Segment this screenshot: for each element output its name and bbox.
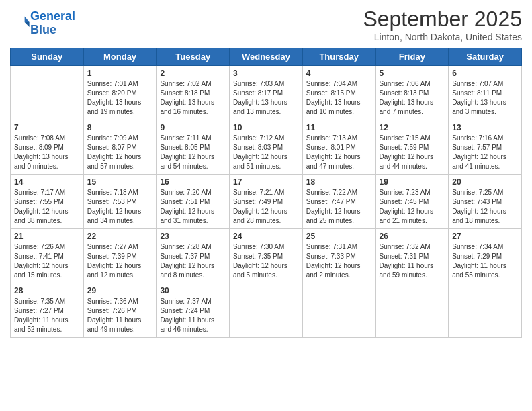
calendar-cell: 21Sunrise: 7:26 AM Sunset: 7:41 PM Dayli… xyxy=(11,229,84,283)
cell-info: Sunrise: 7:13 AM Sunset: 8:01 PM Dayligh… xyxy=(306,134,372,171)
header: General Blue September 2025 Linton, Nort… xyxy=(10,7,522,42)
calendar-cell: 27Sunrise: 7:34 AM Sunset: 7:29 PM Dayli… xyxy=(449,229,522,283)
calendar-cell: 6Sunrise: 7:07 AM Sunset: 8:11 PM Daylig… xyxy=(449,66,522,120)
day-number: 5 xyxy=(380,68,445,78)
cell-info: Sunrise: 7:15 AM Sunset: 7:59 PM Dayligh… xyxy=(380,134,445,171)
cell-info: Sunrise: 7:23 AM Sunset: 7:45 PM Dayligh… xyxy=(380,188,445,226)
cell-info: Sunrise: 7:06 AM Sunset: 8:13 PM Dayligh… xyxy=(380,79,445,117)
day-header-tuesday: Tuesday xyxy=(157,48,230,66)
cell-info: Sunrise: 7:36 AM Sunset: 7:26 PM Dayligh… xyxy=(87,297,153,334)
day-number: 21 xyxy=(14,232,80,241)
day-number: 8 xyxy=(87,123,153,132)
calendar-cell: 9Sunrise: 7:11 AM Sunset: 8:05 PM Daylig… xyxy=(157,120,230,175)
calendar-cell: 28Sunrise: 7:35 AM Sunset: 7:27 PM Dayli… xyxy=(11,283,84,338)
day-header-friday: Friday xyxy=(375,48,449,66)
day-header-wednesday: Wednesday xyxy=(230,48,303,66)
calendar-cell: 17Sunrise: 7:21 AM Sunset: 7:49 PM Dayli… xyxy=(230,175,303,229)
day-number: 22 xyxy=(87,232,153,241)
calendar-cell: 24Sunrise: 7:30 AM Sunset: 7:35 PM Dayli… xyxy=(230,229,303,283)
cell-info: Sunrise: 7:09 AM Sunset: 8:07 PM Dayligh… xyxy=(87,134,153,171)
day-number: 19 xyxy=(380,177,445,187)
cell-info: Sunrise: 7:22 AM Sunset: 7:47 PM Dayligh… xyxy=(306,188,372,226)
day-number: 15 xyxy=(87,177,153,187)
logo-icon xyxy=(11,13,30,32)
day-number: 28 xyxy=(14,286,80,295)
day-number: 25 xyxy=(306,232,372,241)
calendar-cell: 16Sunrise: 7:20 AM Sunset: 7:51 PM Dayli… xyxy=(157,175,230,229)
cell-info: Sunrise: 7:18 AM Sunset: 7:53 PM Dayligh… xyxy=(87,188,153,226)
day-number: 12 xyxy=(380,123,445,132)
cell-info: Sunrise: 7:25 AM Sunset: 7:43 PM Dayligh… xyxy=(452,188,518,226)
week-row-3: 14Sunrise: 7:17 AM Sunset: 7:55 PM Dayli… xyxy=(11,175,522,229)
cell-info: Sunrise: 7:08 AM Sunset: 8:09 PM Dayligh… xyxy=(14,134,80,171)
day-number: 13 xyxy=(452,123,518,132)
location-title: Linton, North Dakota, United States xyxy=(363,32,522,42)
calendar-cell: 25Sunrise: 7:31 AM Sunset: 7:33 PM Dayli… xyxy=(302,229,375,283)
calendar-cell: 26Sunrise: 7:32 AM Sunset: 7:31 PM Dayli… xyxy=(375,229,449,283)
calendar-cell: 22Sunrise: 7:27 AM Sunset: 7:39 PM Dayli… xyxy=(83,229,157,283)
calendar-cell: 7Sunrise: 7:08 AM Sunset: 8:09 PM Daylig… xyxy=(11,120,84,175)
cell-info: Sunrise: 7:11 AM Sunset: 8:05 PM Dayligh… xyxy=(160,134,226,171)
day-number: 14 xyxy=(14,177,80,187)
cell-info: Sunrise: 7:31 AM Sunset: 7:33 PM Dayligh… xyxy=(306,242,372,280)
day-number: 11 xyxy=(306,123,372,132)
month-title: September 2025 xyxy=(363,7,522,32)
logo-line2: Blue xyxy=(30,23,56,36)
cell-info: Sunrise: 7:30 AM Sunset: 7:35 PM Dayligh… xyxy=(233,242,299,280)
cell-info: Sunrise: 7:27 AM Sunset: 7:39 PM Dayligh… xyxy=(87,242,153,280)
day-number: 7 xyxy=(14,123,80,132)
calendar-cell: 2Sunrise: 7:02 AM Sunset: 8:18 PM Daylig… xyxy=(157,66,230,120)
day-number: 4 xyxy=(306,68,372,78)
day-header-thursday: Thursday xyxy=(302,48,375,66)
svg-marker-1 xyxy=(25,22,30,27)
cell-info: Sunrise: 7:16 AM Sunset: 7:57 PM Dayligh… xyxy=(452,134,518,171)
day-number: 29 xyxy=(87,286,153,295)
title-area: September 2025 Linton, North Dakota, Uni… xyxy=(363,7,522,42)
cell-info: Sunrise: 7:17 AM Sunset: 7:55 PM Dayligh… xyxy=(14,188,80,226)
cell-info: Sunrise: 7:21 AM Sunset: 7:49 PM Dayligh… xyxy=(233,188,299,226)
svg-marker-0 xyxy=(25,16,30,21)
day-number: 30 xyxy=(160,286,226,295)
cell-info: Sunrise: 7:02 AM Sunset: 8:18 PM Dayligh… xyxy=(160,79,226,117)
day-number: 9 xyxy=(160,123,226,132)
cell-info: Sunrise: 7:28 AM Sunset: 7:37 PM Dayligh… xyxy=(160,242,226,280)
calendar-cell: 5Sunrise: 7:06 AM Sunset: 8:13 PM Daylig… xyxy=(375,66,449,120)
calendar-cell: 10Sunrise: 7:12 AM Sunset: 8:03 PM Dayli… xyxy=(230,120,303,175)
calendar-cell: 14Sunrise: 7:17 AM Sunset: 7:55 PM Dayli… xyxy=(11,175,84,229)
calendar-table: SundayMondayTuesdayWednesdayThursdayFrid… xyxy=(10,48,522,338)
calendar-cell xyxy=(230,283,303,338)
calendar-cell: 19Sunrise: 7:23 AM Sunset: 7:45 PM Dayli… xyxy=(375,175,449,229)
day-number: 3 xyxy=(233,68,299,78)
logo-text: General Blue xyxy=(30,10,75,37)
logo: General Blue xyxy=(10,10,75,37)
calendar-cell: 18Sunrise: 7:22 AM Sunset: 7:47 PM Dayli… xyxy=(302,175,375,229)
week-row-1: 1Sunrise: 7:01 AM Sunset: 8:20 PM Daylig… xyxy=(11,66,522,120)
day-header-sunday: Sunday xyxy=(11,48,84,66)
cell-info: Sunrise: 7:12 AM Sunset: 8:03 PM Dayligh… xyxy=(233,134,299,171)
cell-info: Sunrise: 7:07 AM Sunset: 8:11 PM Dayligh… xyxy=(452,79,518,117)
day-number: 1 xyxy=(87,68,153,78)
day-header-monday: Monday xyxy=(83,48,157,66)
day-number: 23 xyxy=(160,232,226,241)
calendar-cell: 30Sunrise: 7:37 AM Sunset: 7:24 PM Dayli… xyxy=(157,283,230,338)
week-row-5: 28Sunrise: 7:35 AM Sunset: 7:27 PM Dayli… xyxy=(11,283,522,338)
day-number: 27 xyxy=(452,232,518,241)
logo-line1: General xyxy=(30,9,75,23)
calendar-cell: 1Sunrise: 7:01 AM Sunset: 8:20 PM Daylig… xyxy=(83,66,157,120)
day-header-saturday: Saturday xyxy=(449,48,522,66)
cell-info: Sunrise: 7:20 AM Sunset: 7:51 PM Dayligh… xyxy=(160,188,226,226)
day-number: 10 xyxy=(233,123,299,132)
cell-info: Sunrise: 7:26 AM Sunset: 7:41 PM Dayligh… xyxy=(14,242,80,280)
calendar-cell xyxy=(449,283,522,338)
calendar-cell: 3Sunrise: 7:03 AM Sunset: 8:17 PM Daylig… xyxy=(230,66,303,120)
calendar-cell xyxy=(11,66,84,120)
day-number: 20 xyxy=(452,177,518,187)
week-row-2: 7Sunrise: 7:08 AM Sunset: 8:09 PM Daylig… xyxy=(11,120,522,175)
day-number: 24 xyxy=(233,232,299,241)
calendar-cell: 29Sunrise: 7:36 AM Sunset: 7:26 PM Dayli… xyxy=(83,283,157,338)
day-number: 17 xyxy=(233,177,299,187)
calendar-cell: 4Sunrise: 7:04 AM Sunset: 8:15 PM Daylig… xyxy=(302,66,375,120)
calendar-cell: 15Sunrise: 7:18 AM Sunset: 7:53 PM Dayli… xyxy=(83,175,157,229)
cell-info: Sunrise: 7:32 AM Sunset: 7:31 PM Dayligh… xyxy=(380,242,445,280)
calendar-cell xyxy=(302,283,375,338)
